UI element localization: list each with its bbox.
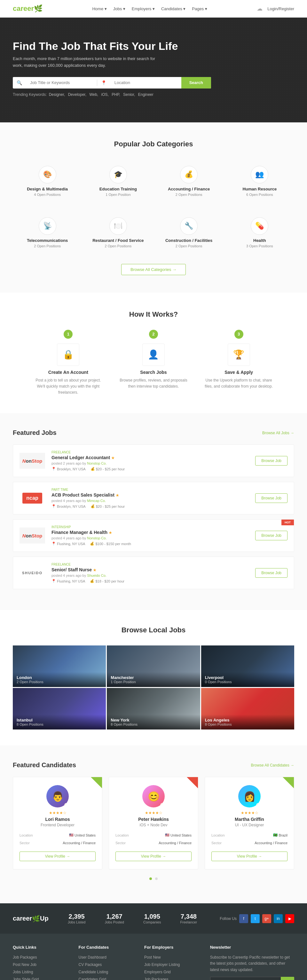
browse-job-button-1[interactable]: Browse Job	[255, 456, 288, 466]
nav-employers[interactable]: Employers ▾	[132, 6, 155, 11]
browse-job-button-4[interactable]: Browse Job	[255, 568, 288, 578]
keyword-engineer[interactable]: Engineer	[138, 92, 154, 97]
category-hr[interactable]: 👥 Human Resource 6 Open Positions	[228, 159, 291, 203]
category-telecom[interactable]: 📡 Telecommunications 2 Open Positions	[16, 211, 79, 255]
keyword-senior[interactable]: Senior,	[123, 92, 135, 97]
hero-subtitle: Each month, more than 7 million jobseeke…	[13, 56, 160, 69]
category-count-education: 1 Open Position	[90, 192, 146, 197]
footer-link-job-packages-2: Job Packages	[144, 977, 200, 980]
candidates-pagination	[13, 869, 294, 887]
featured-star-4: ★	[93, 568, 96, 572]
job-company-3[interactable]: Nonstop Co.	[87, 536, 107, 540]
candidate-detail-location-1: Location 🇺🇸 United States	[19, 832, 96, 838]
category-food[interactable]: 🍽️ Restaurant / Food Service 2 Open Posi…	[87, 211, 149, 255]
candidate-name-1: Lori Ramos	[19, 817, 96, 822]
newsletter-form: →	[210, 977, 294, 980]
view-profile-button-2[interactable]: View Profile →	[115, 851, 192, 861]
stat-label-freelancers: Freelancer	[181, 920, 197, 924]
pagination-dot-2[interactable]	[155, 877, 158, 880]
view-profile-button-1[interactable]: View Profile →	[19, 851, 96, 861]
keyword-developer[interactable]: Developer,	[68, 92, 86, 97]
search-input[interactable]	[25, 77, 97, 89]
candidate-detail-location-2: Location 🇺🇸 United States	[115, 832, 192, 838]
footer-link-candidates-grid: Candidates Grid	[79, 977, 135, 980]
category-construction[interactable]: 🔧 Construction / Facilities 2 Open Posit…	[158, 211, 220, 255]
category-icon-education: 🎓	[109, 166, 127, 183]
googleplus-icon[interactable]: g+	[262, 914, 271, 923]
how-step-desc-2: Browse profiles, reviews, and proposals …	[117, 377, 190, 390]
local-card-manchester[interactable]: Manchester 1 Open Position	[107, 646, 200, 687]
pagination-dot-1[interactable]	[149, 877, 152, 880]
browse-job-button-3[interactable]: Browse Job	[255, 531, 288, 540]
candidate-detail-sector-1: Sector Accounting / Finance	[19, 840, 96, 846]
how-step-title-1: Create An Account	[32, 370, 105, 375]
job-company-1[interactable]: Nonstop Co.	[87, 461, 107, 465]
nav-pages[interactable]: Pages ▾	[192, 6, 207, 11]
how-step-2: 2 👤 Search Jobs Browse profiles, reviews…	[117, 330, 190, 396]
facebook-icon[interactable]: f	[239, 914, 248, 923]
local-card-liverpool[interactable]: Liverpool 0 Open Positions	[201, 646, 294, 687]
nav-candidates[interactable]: Candidates ▾	[161, 6, 185, 11]
nav-home[interactable]: Home ▾	[92, 6, 107, 11]
job-company-2[interactable]: Mimcap Co.	[87, 499, 106, 503]
category-name-health: Health	[232, 238, 288, 243]
candidate-name-3: Martha Griffin	[211, 817, 288, 822]
job-type-2: Part Time	[51, 488, 249, 492]
search-button[interactable]: Search	[181, 77, 211, 89]
browse-categories-button[interactable]: Browse All Categories →	[121, 264, 186, 275]
browse-all-candidates-link[interactable]: Browse All Candidates →	[251, 763, 294, 767]
local-count-manchester: 1 Open Position	[110, 680, 196, 684]
browse-all-jobs-link[interactable]: Browse All Jobs →	[262, 431, 294, 435]
category-accounting[interactable]: 💰 Accounting / Finance 2 Open Positions	[158, 159, 220, 203]
job-meta-1: posted 2 years ago by Nonstop Co.	[51, 461, 249, 465]
local-card-london[interactable]: London 2 Open Positions	[13, 646, 106, 687]
job-company-4[interactable]: Shueido Co.	[87, 574, 107, 578]
footer-link-jobs-style-grid: Jobs Style Grid	[13, 977, 69, 980]
category-education[interactable]: 🎓 Education Training 1 Open Position	[87, 159, 149, 203]
local-jobs-grid: London 2 Open Positions Manchester 1 Ope…	[13, 646, 294, 730]
footer-link-jobs-listing: Jobs Listing	[13, 969, 69, 974]
sector-value-1: Accounting / Finance	[63, 841, 96, 845]
newsletter-text: Subscribe to Careertip Pacific newslette…	[210, 955, 294, 973]
local-bg-losangeles: Los Angeles 8 Open Positions	[201, 688, 294, 730]
keyword-designer[interactable]: Designer,	[49, 92, 65, 97]
location-input[interactable]	[110, 77, 181, 89]
footer-follow: Follow Us f t g+ in ▶	[220, 914, 294, 923]
category-icon-design: 🎨	[39, 166, 56, 183]
keyword-php[interactable]: PHP,	[112, 92, 120, 97]
featured-candidates-header: Featured Candidates Browse All Candidate…	[13, 762, 294, 769]
keyword-ios[interactable]: iOS,	[101, 92, 109, 97]
newsletter-input[interactable]	[210, 977, 281, 980]
how-icon-2: 👤	[142, 344, 165, 366]
login-button[interactable]: Login/Register	[267, 6, 294, 11]
candidate-status-3	[256, 803, 261, 807]
header: career🌿 Home ▾ Jobs ▾ Employers ▾ Candid…	[0, 0, 307, 18]
job-title-4: Senior/ Staff Nurse ★	[51, 567, 249, 572]
browse-job-button-2[interactable]: Browse Job	[255, 493, 288, 503]
trending-label: Trending Keywords:	[13, 92, 47, 97]
categories-title: Popular Job Categories	[13, 140, 294, 148]
local-card-losangeles[interactable]: Los Angeles 8 Open Positions	[201, 688, 294, 730]
candidate-card-2: 😊 ★★★★☆ Peter Hawkins iOS + Node Dev Loc…	[109, 777, 198, 869]
linkedin-icon[interactable]: in	[274, 914, 283, 923]
footer-links: Quick Links Job Packages Post New Job Jo…	[0, 934, 307, 980]
category-design[interactable]: 🎨 Design & Multimedia 4 Open Positions	[16, 159, 79, 203]
category-health[interactable]: 💊 Health 3 Open Positions	[228, 211, 291, 255]
local-card-newyork[interactable]: New York 8 Open Positions	[107, 688, 200, 730]
stat-label-jobs-posted: Jobs Posted	[105, 920, 124, 924]
local-overlay-liverpool: Liverpool 0 Open Positions	[201, 672, 294, 687]
newsletter-submit-button[interactable]: →	[281, 977, 294, 980]
footer-link-job-employer-listing: Job Employer Listing	[144, 962, 200, 967]
local-card-istanbul[interactable]: Istanbul 8 Open Positions	[13, 688, 106, 730]
logo[interactable]: career🌿	[13, 5, 43, 13]
job-salary-3: 💰 $100 - $150 per month	[90, 542, 131, 546]
stat-label-jobs-listed: Jobs Listed	[68, 920, 86, 924]
view-profile-button-3[interactable]: View Profile →	[211, 851, 288, 861]
keyword-web[interactable]: Web,	[89, 92, 98, 97]
twitter-icon[interactable]: t	[251, 914, 260, 923]
candidate-avatar-1: 👨	[46, 785, 69, 807]
nav-jobs[interactable]: Jobs ▾	[113, 6, 125, 11]
how-number-1: 1	[64, 330, 73, 339]
youtube-icon[interactable]: ▶	[285, 914, 294, 923]
how-step-1: 1 🔒 Create An Account Post a job to tell…	[32, 330, 105, 396]
